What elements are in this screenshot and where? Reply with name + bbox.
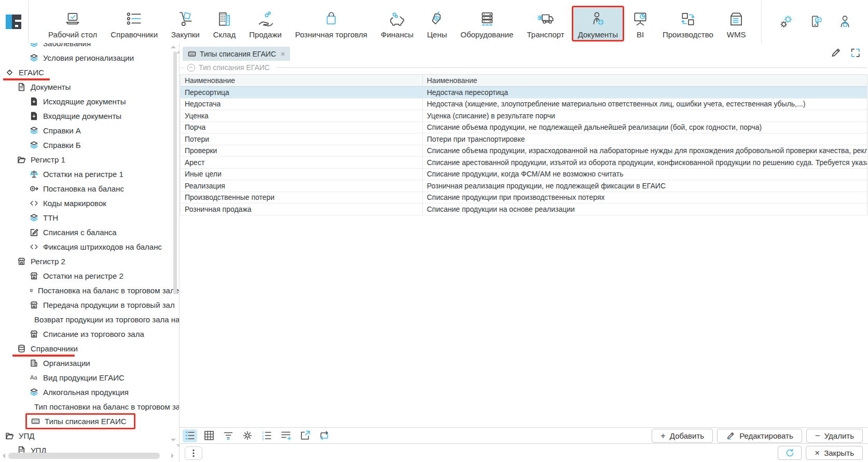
sidebar-item[interactable]: Списание из торгового зала — [0, 327, 179, 341]
sidebar-item[interactable]: Возврат продукции из торгового зала на с… — [0, 312, 179, 327]
search-button[interactable] — [866, 12, 868, 31]
table-row[interactable]: ПересортицаНедостача пересортица — [181, 87, 867, 99]
sidebar-item[interactable]: Заболевания — [0, 43, 179, 50]
list-view-button[interactable] — [183, 429, 197, 442]
edit-button[interactable]: Редактировать — [717, 429, 802, 443]
list-plus-icon — [280, 429, 292, 442]
numbered-list-button[interactable]: 123 — [259, 429, 274, 442]
sidebar-item[interactable]: AaВид продукции ЕГАИС — [0, 370, 179, 385]
nav-item-production[interactable]: Производство — [656, 6, 720, 42]
account-button[interactable] — [836, 12, 855, 31]
table-row[interactable]: ПорчаСписание объема продукции, не подле… — [181, 122, 867, 134]
person-globe-icon — [589, 10, 607, 28]
reload-data-button[interactable] — [317, 429, 332, 442]
sidebar-item[interactable]: Постановка на баланс в торговом зале — [0, 283, 179, 297]
messages-button[interactable] — [807, 12, 825, 31]
nav-item-documents[interactable]: Документы — [572, 6, 624, 42]
table-row[interactable]: УценкаУценка (списание) в результате пор… — [181, 110, 867, 122]
app-logo[interactable] — [0, 1, 29, 43]
presentation-pie-icon — [631, 10, 649, 28]
table-row[interactable]: Иные целиСписание продукции, когда ФСМ/А… — [181, 169, 867, 181]
annotation-red-underline — [12, 355, 75, 357]
cell-name: Порча — [181, 122, 423, 133]
sidebar-vertical-scrollbar[interactable] — [173, 46, 177, 442]
nav-item-sales[interactable]: Продажи — [243, 6, 288, 42]
nav-item-desktop[interactable]: Рабочий стол — [42, 6, 103, 42]
close-button[interactable]: × Закрыть — [806, 446, 863, 460]
scrollbar-thumb[interactable] — [173, 51, 177, 294]
sidebar-item[interactable]: Регистр 1 — [0, 152, 179, 167]
sidebar-item[interactable]: УПД — [0, 428, 179, 443]
minus-icon: − — [815, 431, 820, 440]
fullscreen-button[interactable] — [850, 47, 861, 58]
nav-item-warehouse[interactable]: Склад — [207, 6, 242, 42]
sidebar-item[interactable]: Списания с баланса — [0, 225, 179, 239]
sidebar-item[interactable]: Условия регионализации — [0, 50, 179, 65]
sidebar-horizontal-scrollbar[interactable] — [1, 453, 175, 459]
column-header-name[interactable]: Наименование — [181, 75, 423, 86]
nav-item-wms[interactable]: WMS — [721, 6, 752, 42]
add-button[interactable]: + Добавить — [652, 429, 713, 443]
nav-item-bi[interactable]: BI — [625, 6, 655, 42]
delete-button[interactable]: − Удалить — [806, 429, 863, 443]
table-toolbar: 123 + Добавить Редактировать − Удалить — [180, 428, 868, 444]
nav-item-retail[interactable]: Розничная торговля — [289, 6, 374, 42]
nav-item-finance[interactable]: Финансы — [375, 6, 420, 42]
table-row[interactable]: РеализацияРозничная реализация продукции… — [181, 180, 867, 192]
sidebar-item[interactable]: Справочники — [0, 341, 179, 356]
settings-button[interactable] — [777, 12, 795, 31]
sidebar-item-label: Коды маркировок — [43, 199, 106, 208]
nav-item-transport[interactable]: Транспорт — [521, 6, 571, 42]
refresh-button[interactable] — [778, 446, 802, 460]
scrollbar-thumb[interactable] — [8, 453, 160, 459]
grid-view-button[interactable] — [202, 429, 216, 442]
sidebar-item[interactable]: Типы списания ЕГАИС — [0, 414, 179, 428]
sidebar-item[interactable]: Тип постановки на баланс в торговом зале — [0, 399, 179, 414]
sidebar-item[interactable]: Регистр 2 — [0, 254, 179, 268]
scroll-down-icon[interactable] — [171, 439, 176, 444]
sidebar-item[interactable]: Справки А — [0, 123, 179, 138]
tab-close-icon[interactable]: × — [281, 50, 285, 58]
sidebar-item[interactable]: ТТН — [0, 210, 179, 225]
table-row[interactable]: ПотериПотери при транспортировке — [181, 133, 867, 145]
nav-item-label: Склад — [213, 30, 236, 39]
nav-item-prices[interactable]: Цены — [421, 6, 453, 42]
sidebar-item[interactable]: Алкогольная продукция — [0, 385, 179, 399]
table-row[interactable]: Производственные потериСписание продукци… — [181, 192, 867, 204]
filter-button[interactable] — [221, 429, 236, 442]
sidebar-item[interactable]: Постановка на баланс — [0, 181, 179, 196]
sidebar-item[interactable]: Передача продукции в торговый зал — [0, 297, 179, 312]
table-row[interactable]: НедостачаНедостача (хищение, злоупотребл… — [181, 99, 867, 111]
column-header-description[interactable]: Наименование — [423, 75, 867, 86]
sidebar-item[interactable]: Остатки на регистре 2 — [0, 268, 179, 283]
sidebar-item[interactable]: Коды маркировок — [0, 196, 179, 210]
more-actions-button[interactable] — [185, 446, 202, 460]
sidebar-item[interactable]: Организации — [0, 356, 179, 370]
sidebar-item[interactable]: ЕГАИС — [0, 65, 179, 79]
sidebar-item[interactable]: Входящие документы — [0, 108, 179, 123]
scroll-up-icon[interactable] — [171, 43, 176, 48]
table-settings-button[interactable] — [240, 429, 255, 442]
add-list-button[interactable] — [279, 429, 293, 442]
folder-icon — [5, 431, 14, 440]
collapse-group-icon[interactable] — [187, 64, 195, 72]
table-row[interactable]: АрестСписание арестованной продукции, из… — [181, 157, 867, 169]
tree-list: ЗаболеванияУсловия регионализацииЕГАИСДо… — [0, 43, 179, 457]
table-row[interactable]: Розничная продажаСписание продукции на о… — [181, 203, 867, 215]
table-row[interactable]: ПроверкиСписание объема продукции, израс… — [181, 145, 867, 157]
sidebar-item[interactable]: Документы — [0, 79, 179, 94]
tab-types-spisaniya-egais[interactable]: Типы списания ЕГАИС × — [183, 47, 290, 61]
nav-item-equipment[interactable]: Оборудование — [454, 6, 520, 42]
store-icon — [30, 301, 38, 309]
sidebar-item[interactable]: Фиксация штрихкодов на баланс — [0, 239, 179, 254]
sidebar-item[interactable]: Исходящие документы — [0, 94, 179, 108]
sidebar-item[interactable]: Остатки на регистре 1 — [0, 167, 179, 181]
nav-item-purchases[interactable]: Закупки — [165, 6, 206, 42]
scroll-right-icon[interactable] — [171, 453, 176, 458]
sidebar-item[interactable]: Справки Б — [0, 138, 179, 152]
edit-panel-button[interactable] — [830, 47, 842, 58]
scroll-left-icon[interactable] — [0, 453, 5, 458]
export-button[interactable] — [298, 429, 312, 442]
building-icon — [215, 10, 233, 28]
nav-item-directories[interactable]: Справочники — [104, 6, 164, 42]
